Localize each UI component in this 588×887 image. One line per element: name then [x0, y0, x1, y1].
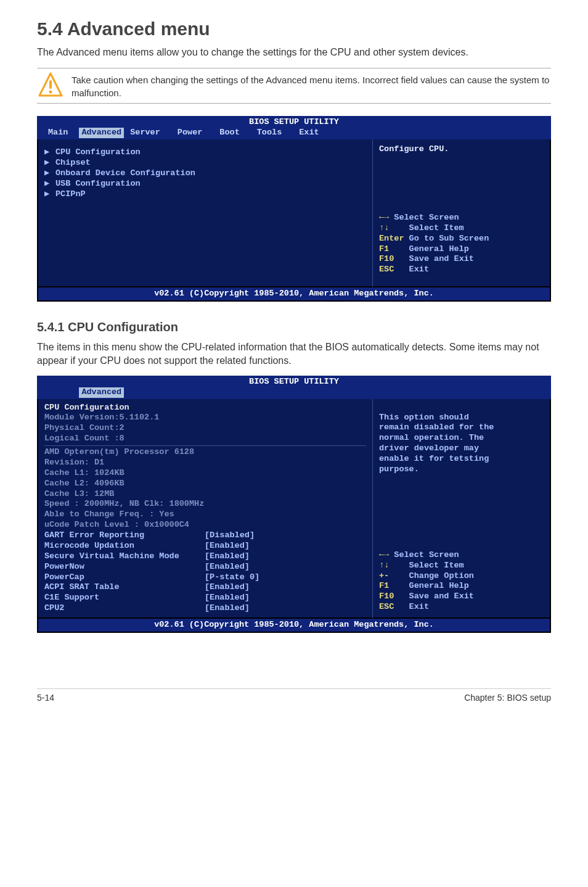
option-label: Secure Virtual Machine Mode: [44, 551, 205, 562]
help-desc: Go to Sub Screen: [404, 234, 489, 243]
submenu-arrow-icon: ▶: [44, 158, 51, 168]
option-value: [Enabled]: [205, 603, 366, 614]
bios1-tabs: Main Advanced Server Power Boot Tools Ex…: [42, 128, 546, 139]
option-label: PowerCap: [44, 572, 205, 583]
bios1-help-panel: Configure CPU. ←→ Select Screen ↑↓ Selec…: [372, 139, 551, 287]
help-desc: Select Item: [389, 561, 464, 570]
tab-main: Main: [42, 128, 79, 138]
page-number: 5-14: [37, 693, 54, 703]
chapter-label: Chapter 5: BIOS setup: [464, 693, 551, 703]
submenu-arrow-icon: ▶: [44, 168, 51, 179]
bios2-info-line: Cache L2: 4096KB: [44, 479, 366, 489]
option-label: PowerNow: [44, 562, 205, 572]
help-key: F10: [379, 254, 394, 263]
help-key: ↑↓: [379, 223, 389, 233]
page-footer: 5-14 Chapter 5: BIOS setup: [37, 688, 551, 703]
section-heading: 5.4 Advanced menu: [37, 19, 551, 39]
bios2-info-line: Able to Change Freq. : Yes: [44, 510, 366, 520]
submenu-arrow-icon: ▶: [44, 179, 51, 189]
bios2-help-line: driver developer may: [379, 444, 544, 454]
caution-box: Take caution when changing the settings …: [37, 68, 551, 104]
bios1-item: Chipset: [55, 158, 91, 168]
bios1-footer: v02.61 (C)Copyright 1985-2010, American …: [37, 287, 551, 302]
bios-screenshot-2: BIOS SETUP UTILITY Main Advanced CPU Con…: [37, 376, 551, 633]
bios2-info-line: Cache L3: 12MB: [44, 489, 366, 500]
svg-rect-0: [49, 80, 52, 89]
bios2-help-line: purpose.: [379, 464, 544, 475]
bios2-info-line: AMD Opteron(tm) Processor 6128: [44, 447, 366, 458]
help-key: F1: [379, 244, 389, 254]
bios2-info-line: Speed : 2000MHz, NB Clk: 1800MHz: [44, 499, 366, 510]
subsection-heading: 5.4.1 CPU Configuration: [37, 320, 551, 334]
bios2-title: BIOS SETUP UTILITY: [42, 377, 546, 387]
bios2-content: CPU Configuration Module Version:5.1102.…: [37, 399, 372, 619]
bios2-help-line: remain disabled for the: [379, 423, 544, 433]
tab-boot: Boot: [213, 128, 250, 138]
bios2-tabs: Main Advanced: [42, 387, 546, 399]
option-value: [Enabled]: [205, 551, 366, 562]
bios2-help-line: This option should: [379, 413, 544, 423]
help-desc: Exit: [394, 602, 429, 611]
bios1-item: USB Configuration: [55, 179, 141, 189]
help-key: +-: [379, 571, 389, 580]
bios1-item: CPU Configuration: [55, 147, 141, 158]
bios2-help-line: enable it for tetsting: [379, 454, 544, 464]
help-key: ESC: [379, 265, 394, 274]
help-key: Enter: [379, 234, 404, 243]
option-label: GART Error Reporting: [44, 530, 205, 541]
tab-exit: Exit: [293, 128, 330, 138]
help-desc: General Help: [389, 244, 469, 254]
option-value: [Enabled]: [205, 562, 366, 572]
option-value: [Enabled]: [205, 582, 366, 593]
bios2-info-line: Revision: D1: [44, 458, 366, 468]
help-key: ↑↓: [379, 561, 389, 570]
subsection-text: The items in this menu show the CPU-rela…: [37, 340, 551, 368]
bios1-title: BIOS SETUP UTILITY: [42, 117, 546, 128]
tab-tools: Tools: [251, 128, 293, 138]
option-value: [Enabled]: [205, 593, 366, 603]
bios2-header-line: Physical Count:2: [44, 423, 366, 434]
help-key: F1: [379, 581, 389, 590]
bios2-help-line: normal operation. The: [379, 433, 544, 444]
option-label: C1E Support: [44, 593, 205, 603]
svg-point-1: [49, 91, 52, 94]
option-label: Microcode Updation: [44, 541, 205, 551]
submenu-arrow-icon: ▶: [44, 189, 51, 200]
help-desc: Change Option: [389, 571, 474, 580]
caution-text: Take caution when changing the settings …: [71, 72, 551, 99]
help-desc: Select Screen: [389, 213, 459, 222]
tab-advanced: Advanced: [79, 387, 124, 398]
bios1-menu: ▶CPU Configuration ▶Chipset ▶Onboard Dev…: [37, 139, 372, 287]
bios2-footer: v02.61 (C)Copyright 1985-2010, American …: [37, 619, 551, 633]
bios1-help-top: Configure CPU.: [379, 144, 544, 155]
help-desc: General Help: [389, 581, 469, 590]
option-value: [P-state 0]: [205, 572, 366, 583]
help-desc: Save and Exit: [394, 254, 474, 263]
bios-screenshot-1: BIOS SETUP UTILITY Main Advanced Server …: [37, 116, 551, 302]
help-key: F10: [379, 592, 394, 601]
bios2-help-panel: This option should remain disabled for t…: [372, 399, 551, 619]
tab-power: Power: [171, 128, 214, 138]
bios2-header-line: Logical Count :8: [44, 434, 366, 444]
option-value: [Disabled]: [205, 530, 366, 541]
option-label: ACPI SRAT Table: [44, 582, 205, 593]
help-desc: Select Screen: [389, 550, 459, 559]
bios1-item: Onboard Device Configuration: [55, 168, 195, 179]
tab-server: Server: [124, 128, 171, 138]
help-desc: Exit: [394, 265, 429, 274]
tab-advanced: Advanced: [79, 128, 124, 138]
option-value: [Enabled]: [205, 541, 366, 551]
bios2-info-line: Cache L1: 1024KB: [44, 468, 366, 479]
help-key: ←→: [379, 550, 389, 559]
help-desc: Save and Exit: [394, 592, 474, 601]
help-key: ←→: [379, 213, 389, 222]
bios2-info-line: uCode Patch Level : 0x10000C4: [44, 520, 366, 530]
bios2-header-line: CPU Configuration: [44, 403, 366, 413]
caution-icon: [37, 72, 64, 99]
help-key: ESC: [379, 602, 394, 611]
bios1-item: PCIPnP: [55, 189, 86, 200]
help-desc: Select Item: [389, 223, 464, 233]
section-intro: The Advanced menu items allow you to cha…: [37, 46, 551, 59]
option-label: CPU2: [44, 603, 205, 614]
submenu-arrow-icon: ▶: [44, 147, 51, 158]
